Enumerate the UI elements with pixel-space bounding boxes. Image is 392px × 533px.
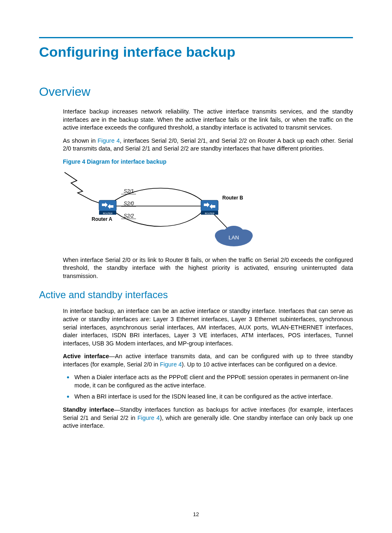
figure-ref-link[interactable]: Figure 4 [160, 361, 182, 368]
zigzag-line [65, 172, 103, 204]
page-number: 12 [0, 511, 392, 517]
router-a-icon: ROUTER [99, 200, 116, 215]
bullet-list: When a Dialer interface acts as the PPPo… [63, 373, 353, 401]
router-a-label: Router A [92, 216, 113, 222]
figure-caption: Figure 4 Diagram for interface backup [63, 158, 353, 166]
lan-label: LAN [228, 234, 239, 241]
section-overview: Overview [39, 85, 353, 99]
page-title: Configuring interface backup [39, 44, 353, 60]
body-content: Interface backup increases network relia… [63, 108, 353, 280]
paragraph: Standby interface—Standby interfaces fun… [63, 406, 353, 430]
diagram-svg: ROUTER Router A ROUTER Router B S2/1 S2/… [63, 171, 264, 249]
subsection-active-standby: Active and standby interfaces [39, 289, 353, 301]
svg-rect-2 [201, 200, 218, 211]
lan-cloud-icon: LAN [215, 226, 253, 246]
router-label: ROUTER [205, 212, 214, 215]
paragraph: In interface backup, an interface can be… [63, 307, 353, 348]
figure-4-diagram: ROUTER Router A ROUTER Router B S2/1 S2/… [63, 171, 353, 249]
s20-label: S2/0 [124, 201, 134, 206]
text: ). Up to 10 active interfaces can be con… [182, 361, 337, 368]
body-content-2: In interface backup, an interface can be… [63, 307, 353, 430]
paragraph: When interface Serial 2/0 or its link to… [63, 256, 353, 280]
svg-rect-0 [99, 200, 116, 211]
page: Configuring interface backup Overview In… [0, 0, 392, 533]
standby-interface-label: Standby interface [63, 406, 114, 413]
figure-ref-link[interactable]: Figure 4 [137, 415, 159, 421]
list-item: When a BRI interface is used for the ISD… [63, 393, 353, 401]
router-label: ROUTER [103, 212, 112, 215]
paragraph: As shown in Figure 4, interfaces Serial … [63, 137, 353, 153]
figure-ref-link[interactable]: Figure 4 [98, 137, 120, 144]
paragraph: Interface backup increases network relia… [63, 108, 353, 132]
s21-label: S2/1 [124, 188, 134, 194]
list-item: When a Dialer interface acts as the PPPo… [63, 373, 353, 389]
active-interface-label: Active interface [63, 353, 109, 359]
text: As shown in [63, 137, 98, 144]
s22-label: S2/2 [124, 213, 134, 219]
router-b-icon: ROUTER [201, 200, 218, 215]
paragraph: Active interface—An active interface tra… [63, 352, 353, 368]
router-b-label: Router B [222, 195, 243, 201]
title-rule [39, 37, 353, 38]
